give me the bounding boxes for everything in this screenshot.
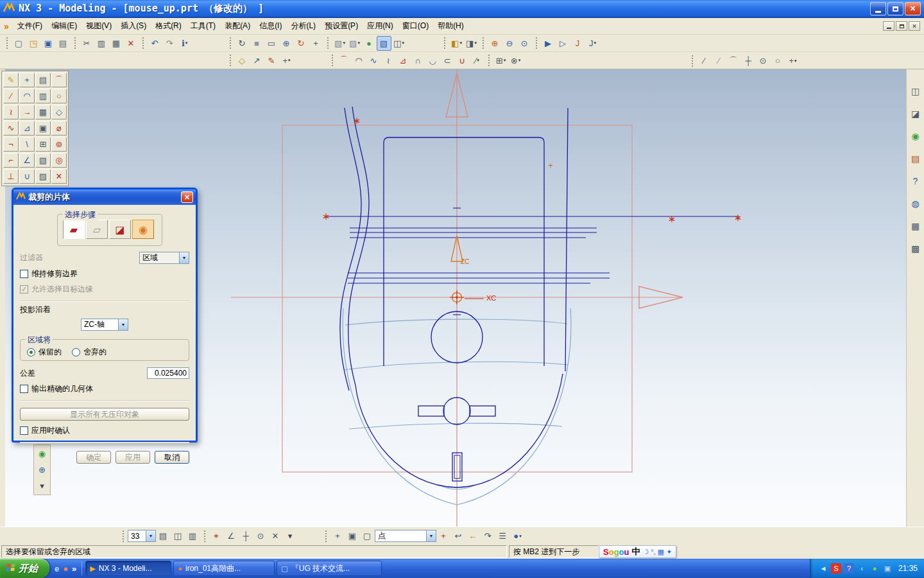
menu-item[interactable]: 信息(I) <box>255 18 286 34</box>
toolbar-grip[interactable] <box>325 530 327 543</box>
mdi-restore-button[interactable] <box>896 21 907 31</box>
media-quicklaunch-icon[interactable]: ● <box>63 564 68 574</box>
toolbar-grip[interactable] <box>535 37 538 49</box>
sogou-moon-icon[interactable]: ☽ <box>642 548 649 556</box>
cut-icon[interactable]: ✂ <box>80 36 94 51</box>
datum-axis-icon[interactable]: ↗ <box>250 53 264 68</box>
dialog-close-button[interactable]: ✕ <box>181 191 193 203</box>
line-icon[interactable]: ∕ <box>697 53 712 68</box>
task-ug-forum[interactable]: ▢ 『UG 技术交流... <box>277 561 382 576</box>
paste-icon[interactable]: ▦ <box>109 36 124 51</box>
curve-icon[interactable]: ⌒ <box>51 73 67 87</box>
add-point-icon[interactable]: + <box>436 529 451 543</box>
magnifier-icon[interactable]: ⊙ <box>517 36 532 51</box>
toolbar-grip[interactable] <box>142 37 144 49</box>
basic-curve-icon[interactable]: ▣ <box>35 121 51 136</box>
zoom-icon[interactable]: ⊕ <box>279 36 294 51</box>
toolbar-grip[interactable] <box>229 54 232 67</box>
filter-combo[interactable]: 区域▼ <box>139 252 189 264</box>
layer-settings-icon[interactable]: ▤ <box>156 529 171 543</box>
tray-collapse-icon[interactable]: ‹ <box>857 563 867 574</box>
toolbar-grip[interactable] <box>691 55 694 67</box>
menu-item[interactable]: 应用(N) <box>363 18 398 34</box>
redo-step-icon[interactable]: ↷ <box>481 529 495 543</box>
exact-geometry-checkbox[interactable]: 输出精确的几何体 <box>20 383 189 394</box>
tray-volume-icon[interactable]: ◄ <box>818 563 828 574</box>
point-tool-icon[interactable]: +▾ <box>279 53 294 68</box>
orient-view-icon[interactable]: ◧▾ <box>449 36 464 51</box>
palette-icon[interactable]: ▩ <box>908 241 923 256</box>
point-set-icon[interactable]: ▤ <box>35 73 51 87</box>
sphere-display-icon[interactable]: ●▾ <box>510 529 525 543</box>
step-target-button[interactable]: ▰ <box>63 220 85 239</box>
selection-filter-icon[interactable]: + <box>330 529 345 543</box>
toolbar-grip[interactable] <box>229 37 232 49</box>
snap-intersection-icon[interactable]: ✕ <box>268 529 283 543</box>
pan-hand-icon[interactable]: ☰ <box>495 529 510 543</box>
toolbar-grip[interactable] <box>122 530 124 543</box>
history-icon[interactable]: ▦ <box>908 218 923 233</box>
redo-icon[interactable]: ↷ <box>162 36 177 51</box>
task-iron[interactable]: ● iron_01高階曲... <box>173 561 275 576</box>
more-quicklaunch-icon[interactable]: » <box>72 564 76 574</box>
discard-region-radio[interactable]: 舍弃的 <box>72 347 107 358</box>
rect-icon[interactable]: ▥ <box>35 89 51 103</box>
checkbox-box[interactable] <box>20 270 28 278</box>
part-navigator-icon[interactable]: ▤ <box>908 151 923 166</box>
snap-center-icon[interactable]: ⊙ <box>253 529 268 543</box>
intersect-curve-icon[interactable]: ∩ <box>411 53 425 68</box>
menu-item[interactable]: 插入(S) <box>116 18 151 34</box>
sogou-wrench-icon[interactable]: ✦ <box>666 548 672 556</box>
pattern-icon[interactable]: ▦ <box>35 105 51 119</box>
toolbar-grip[interactable] <box>488 54 490 67</box>
conic-icon[interactable]: ⊿ <box>19 121 35 136</box>
sogou-punct-icon[interactable]: °, <box>651 548 655 556</box>
toolbar-grip[interactable] <box>327 37 329 49</box>
menu-item[interactable]: 视图(V) <box>81 18 116 34</box>
point-icon[interactable]: +▾ <box>785 53 800 68</box>
snap-endpoint-icon[interactable]: ∠ <box>224 529 239 543</box>
circle-icon[interactable]: ○ <box>51 89 67 103</box>
inferred-line-icon[interactable]: ∕ <box>712 53 726 68</box>
help-resource-icon[interactable]: ? <box>908 173 923 188</box>
delete-icon[interactable]: ✕ <box>124 36 139 51</box>
circle-center-icon[interactable]: ⊙ <box>756 53 771 68</box>
project-icon[interactable]: → <box>19 105 35 119</box>
bridge-curve-icon[interactable]: ∿ <box>366 53 381 68</box>
toolbar-grip[interactable] <box>6 37 8 49</box>
arrow-left-icon[interactable]: ← <box>466 529 481 543</box>
layer-category-icon[interactable]: ▥ <box>185 529 200 543</box>
copy-icon[interactable]: ▥ <box>94 36 109 51</box>
point-icon[interactable]: + <box>19 73 35 87</box>
snap-inferred-icon[interactable]: ⌖ <box>209 529 224 543</box>
divide-curve-icon[interactable]: ◠ <box>352 53 366 68</box>
offset-curve-icon[interactable]: ≀ <box>381 53 396 68</box>
offset-icon[interactable]: ≀ <box>3 105 19 119</box>
undo-icon[interactable]: ↶ <box>148 36 162 51</box>
fit-view-icon[interactable]: ■ <box>250 36 264 51</box>
wrap-curve-icon[interactable]: ∪ <box>455 53 470 68</box>
keep-region-radio[interactable]: 保留的 <box>27 347 62 358</box>
step-region-button[interactable]: ◉ <box>132 220 154 239</box>
boolean-feature-icon[interactable]: ⊗▾ <box>508 53 523 68</box>
toolbar-grip[interactable] <box>331 54 334 67</box>
save-icon[interactable]: ▣ <box>41 36 56 51</box>
hatch-icon[interactable]: ▧ <box>35 153 51 168</box>
sogou-mode-toggle[interactable]: 中 <box>631 546 640 557</box>
pan-view-icon[interactable]: + <box>309 36 323 51</box>
shaded-display-icon[interactable]: ▧▾ <box>332 36 347 51</box>
chevron-down-icon[interactable]: ▼ <box>179 252 189 263</box>
toolbar-grip[interactable] <box>482 37 484 49</box>
wireframe-display-icon[interactable]: ▨▾ <box>347 36 362 51</box>
snap-more-icon[interactable]: ▾ <box>283 529 298 543</box>
section-curve-icon[interactable]: ◡ <box>425 53 440 68</box>
rotate-view-icon[interactable]: ↻ <box>294 36 309 51</box>
step-projection-button[interactable]: ◪ <box>109 220 131 239</box>
menu-item[interactable]: 格式(R) <box>151 18 186 34</box>
sogou-keyboard-icon[interactable]: ▦ <box>658 548 664 556</box>
zoom-out-icon[interactable]: ⊖ <box>502 36 517 51</box>
sketch-icon[interactable]: ✎ <box>264 53 279 68</box>
work-layer-combo[interactable]: 33▼ <box>128 530 156 542</box>
tolerance-input[interactable] <box>147 367 189 379</box>
menu-item[interactable]: 工具(T) <box>186 18 220 34</box>
